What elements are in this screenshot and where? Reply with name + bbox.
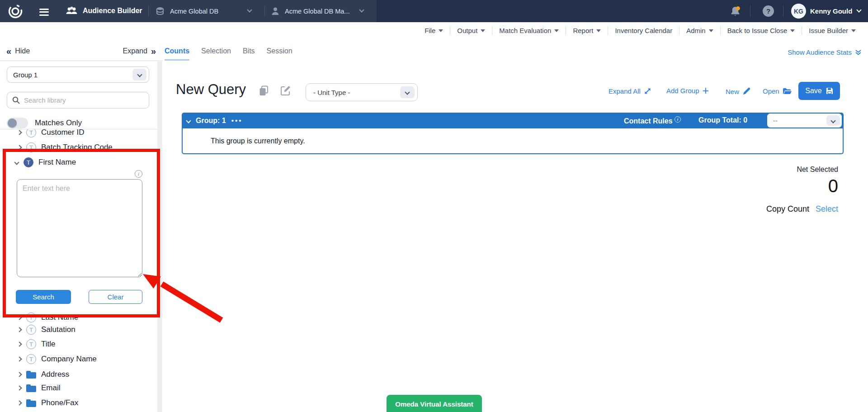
top-navbar: Audience Builder Acme Global DB Acme Glo… bbox=[0, 0, 868, 22]
net-selected-label: Net Selected bbox=[797, 166, 838, 174]
library-search bbox=[7, 92, 149, 109]
chevron-right-icon bbox=[17, 400, 22, 405]
unit-type-select[interactable]: - Unit Type - bbox=[306, 83, 418, 101]
field-search-button[interactable]: Search bbox=[16, 290, 71, 304]
expand-all-icon bbox=[644, 87, 651, 95]
caret-down-icon bbox=[554, 29, 559, 32]
new-query-link[interactable]: New bbox=[726, 87, 750, 95]
group-select-value: Group 1 bbox=[13, 71, 38, 79]
chevron-down-icon bbox=[359, 7, 364, 12]
double-chevron-left-icon: « bbox=[6, 47, 11, 56]
folder-icon bbox=[26, 399, 36, 407]
add-group-link[interactable]: Add Group + bbox=[666, 86, 709, 95]
audience-builder-app: Audience Builder Acme Global DB Acme Glo… bbox=[0, 0, 868, 412]
tree-item-salutation[interactable]: Salutation bbox=[18, 324, 75, 335]
expand-sidebar-button[interactable]: Expand» bbox=[123, 47, 156, 56]
navbar-divider bbox=[783, 5, 783, 17]
tree-item-phone-fax[interactable]: Phone/Fax bbox=[18, 398, 78, 408]
database-selector-value: Acme Global DB bbox=[170, 8, 218, 15]
menu-report[interactable]: Report bbox=[566, 26, 608, 35]
caret-down-icon bbox=[851, 29, 856, 32]
text-field-type-icon bbox=[26, 325, 36, 335]
copy-icon[interactable] bbox=[259, 85, 269, 96]
group-menu-ellipsis-icon[interactable]: ••• bbox=[231, 117, 243, 124]
group-collapse-chevron-icon[interactable] bbox=[186, 118, 191, 123]
first-name-values-textarea[interactable] bbox=[17, 179, 142, 277]
double-chevron-right-icon: » bbox=[151, 47, 156, 56]
group-select-chevron-button[interactable] bbox=[132, 69, 146, 81]
notifications-bell-icon[interactable] bbox=[729, 5, 741, 18]
show-audience-stats-link[interactable]: Show Audience Stats bbox=[788, 48, 862, 56]
text-field-type-icon bbox=[26, 354, 36, 364]
caret-down-icon bbox=[709, 29, 713, 32]
tab-bits[interactable]: Bits bbox=[243, 47, 255, 61]
group-logic-value: -- bbox=[773, 117, 778, 124]
caret-down-icon bbox=[790, 29, 795, 32]
tree-item-batch-tracking-code[interactable]: Batch Tracking Code bbox=[18, 142, 113, 153]
profile-selector[interactable]: Acme Global DB Ma... bbox=[271, 0, 373, 22]
caret-down-icon bbox=[596, 29, 601, 32]
field-clear-button[interactable]: Clear bbox=[89, 290, 142, 304]
group-empty-panel: This group is currently empty. bbox=[182, 128, 844, 154]
omeda-virtual-assistant-button[interactable]: Omeda Virtual Assistant bbox=[387, 395, 482, 412]
open-query-link[interactable]: Open bbox=[763, 87, 792, 95]
menu-back-to-issue-close[interactable]: Back to Issue Close bbox=[720, 26, 802, 35]
save-button[interactable]: Save bbox=[798, 82, 840, 100]
menu-file[interactable]: File bbox=[418, 26, 450, 35]
hamburger-menu-icon[interactable] bbox=[39, 7, 49, 17]
group-select[interactable]: Group 1 bbox=[7, 66, 149, 83]
chevron-right-icon bbox=[17, 356, 22, 361]
tree-item-company-name[interactable]: Company Name bbox=[18, 354, 97, 365]
chevron-down-icon bbox=[247, 7, 252, 12]
matches-only-toggle[interactable] bbox=[7, 118, 28, 128]
copy-count-label: Copy Count bbox=[766, 204, 809, 213]
tree-item-email[interactable]: Email bbox=[18, 383, 61, 393]
tree-item-last-name[interactable]: Last Name bbox=[18, 312, 78, 323]
group-logic-select[interactable]: -- bbox=[767, 114, 842, 128]
contact-rules-link[interactable]: Contact Rules bbox=[624, 116, 681, 125]
sidebar-scrollbar[interactable] bbox=[157, 62, 162, 412]
group-header-left[interactable]: Group: 1 ••• bbox=[187, 113, 242, 128]
tree-item-first-name[interactable]: First Name bbox=[15, 157, 76, 168]
field-info-icon[interactable] bbox=[135, 170, 142, 178]
query-title: New Query bbox=[176, 81, 246, 98]
menu-match-evaluation[interactable]: Match Evaluation bbox=[492, 26, 566, 35]
chevron-right-icon bbox=[17, 341, 22, 346]
text-field-type-icon bbox=[26, 142, 36, 152]
database-selector[interactable]: Acme Global DB bbox=[156, 0, 264, 22]
menu-issue-builder[interactable]: Issue Builder bbox=[802, 26, 863, 35]
help-icon[interactable]: ? bbox=[763, 5, 774, 17]
database-icon bbox=[156, 7, 164, 16]
unit-type-chevron-button[interactable] bbox=[400, 86, 415, 98]
chevron-down-icon bbox=[14, 160, 19, 165]
double-chevron-down-icon bbox=[855, 49, 862, 56]
net-selected-value: 0 bbox=[797, 176, 838, 196]
toggle-knob bbox=[8, 118, 17, 128]
copy-count-select-link[interactable]: Select bbox=[816, 204, 838, 213]
omeda-logo-icon[interactable] bbox=[8, 3, 23, 19]
copy-count-row: Copy Count Select bbox=[766, 204, 838, 214]
tree-item-title[interactable]: Title bbox=[18, 339, 56, 350]
group-header-bar: Group: 1 ••• Contact Rules Group Total: … bbox=[182, 113, 844, 128]
edit-icon[interactable] bbox=[280, 85, 291, 96]
search-library-input[interactable] bbox=[24, 96, 137, 104]
menu-inventory-calendar[interactable]: Inventory Calendar bbox=[608, 26, 679, 35]
avatar[interactable]: KG bbox=[791, 4, 806, 19]
group-logic-chevron-button[interactable] bbox=[826, 115, 840, 126]
menu-admin[interactable]: Admin bbox=[679, 26, 720, 35]
tree-item-customer-id[interactable]: Customer ID bbox=[18, 129, 84, 138]
tree-item-address[interactable]: Address bbox=[18, 369, 69, 380]
tab-session[interactable]: Session bbox=[267, 47, 292, 61]
chevron-down-icon bbox=[830, 118, 835, 123]
expand-all-link[interactable]: Expand All bbox=[609, 87, 651, 95]
hide-sidebar-button[interactable]: «Hide bbox=[6, 47, 30, 56]
navbar-divider bbox=[264, 5, 265, 17]
chevron-right-icon bbox=[17, 315, 22, 320]
field-library-tree: Customer ID Batch Tracking Code First Na… bbox=[0, 129, 157, 412]
sidebar-header: «Hide Expand» bbox=[0, 42, 162, 61]
text-field-type-icon bbox=[26, 313, 36, 322]
menu-output[interactable]: Output bbox=[450, 26, 492, 35]
tab-selection[interactable]: Selection bbox=[201, 47, 231, 61]
query-tabs: Counts Selection Bits Session bbox=[165, 47, 292, 61]
tab-counts[interactable]: Counts bbox=[165, 47, 189, 61]
